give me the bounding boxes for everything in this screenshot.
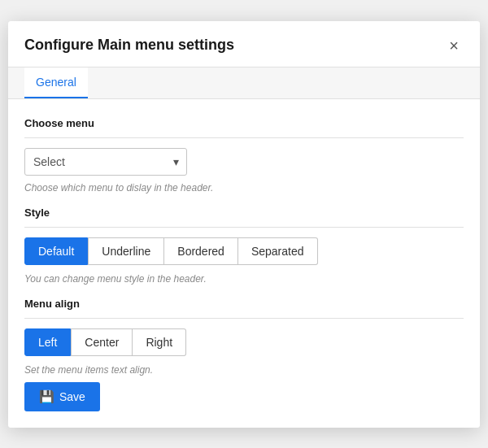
style-btn-default[interactable]: Default bbox=[24, 237, 88, 265]
menu-align-hint: Set the menu items text align. bbox=[24, 364, 464, 376]
menu-select-wrapper: Select ▾ bbox=[24, 148, 187, 176]
choose-menu-hint: Choose which menu to dislay in the heade… bbox=[24, 182, 464, 194]
style-btn-group: Default Underline Bordered Separated bbox=[24, 237, 464, 265]
menu-select[interactable]: Select bbox=[24, 148, 187, 176]
style-label: Style bbox=[24, 207, 464, 219]
tabs-bar: General bbox=[8, 67, 480, 99]
style-divider bbox=[24, 227, 464, 228]
modal-header: Configure Main menu settings × bbox=[8, 21, 480, 67]
save-label: Save bbox=[59, 390, 85, 403]
choose-menu-label: Choose menu bbox=[24, 117, 464, 129]
align-btn-group: Left Center Right bbox=[24, 328, 464, 356]
style-hint: You can change menu style in the header. bbox=[24, 273, 464, 285]
style-btn-separated[interactable]: Separated bbox=[238, 237, 318, 265]
choose-menu-divider bbox=[24, 137, 464, 138]
menu-align-divider bbox=[24, 318, 464, 319]
close-button[interactable]: × bbox=[444, 36, 464, 55]
menu-align-section: Menu align Left Center Right Set the men… bbox=[24, 298, 464, 376]
align-btn-right[interactable]: Right bbox=[133, 328, 186, 356]
tab-general[interactable]: General bbox=[24, 67, 88, 98]
choose-menu-section: Choose menu Select ▾ Choose which menu t… bbox=[24, 117, 464, 194]
menu-align-label: Menu align bbox=[24, 298, 464, 310]
save-button[interactable]: 💾 Save bbox=[24, 382, 100, 411]
modal-body: Choose menu Select ▾ Choose which menu t… bbox=[8, 99, 480, 428]
align-btn-center[interactable]: Center bbox=[71, 328, 133, 356]
style-section: Style Default Underline Bordered Separat… bbox=[24, 207, 464, 285]
configure-modal: Configure Main menu settings × General C… bbox=[8, 21, 480, 428]
save-icon: 💾 bbox=[39, 389, 54, 404]
align-btn-left[interactable]: Left bbox=[24, 328, 71, 356]
modal-title: Configure Main menu settings bbox=[24, 37, 234, 54]
style-btn-underline[interactable]: Underline bbox=[88, 237, 164, 265]
style-btn-bordered[interactable]: Bordered bbox=[164, 237, 238, 265]
